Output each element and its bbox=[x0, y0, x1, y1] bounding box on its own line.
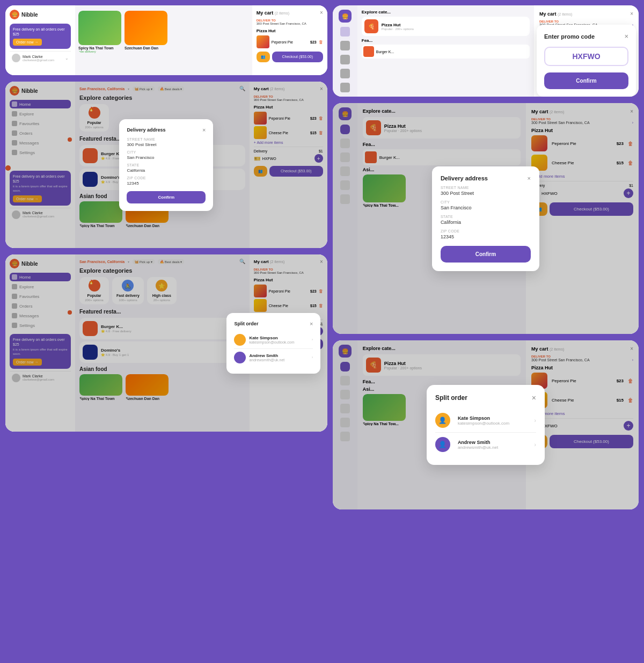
sidebar-nav-r1-2[interactable] bbox=[340, 41, 350, 50]
cart-restaurant: Pizza Hut bbox=[257, 28, 323, 33]
state-label: STATE bbox=[127, 163, 206, 167]
promo-code-modal: Enter promo code × HXFWO Confirm bbox=[537, 25, 636, 97]
city-value: San Francisco bbox=[127, 155, 206, 160]
checkout-button[interactable]: Checkout ($53.00) bbox=[272, 52, 323, 62]
kate-chevron-r3: › bbox=[535, 418, 536, 424]
split-andrew-r3[interactable]: 👤 Andrew Smith andrewsmith@uk.net › bbox=[435, 433, 536, 456]
andrew-avatar-r3: 👤 bbox=[435, 437, 450, 452]
food-name-2: Szechuan Dan Dan bbox=[125, 46, 167, 50]
street-value: 300 Post Street bbox=[127, 142, 206, 147]
explore-cate-r1: Explore cate... bbox=[362, 10, 530, 14]
delivery-address-modal: Delivery address × STREET NAME 300 Post … bbox=[119, 119, 213, 211]
promo-modal-close[interactable]: × bbox=[624, 32, 628, 40]
confirm-address-r2[interactable]: Confirm bbox=[441, 246, 531, 263]
split-modal-r3-overlay: Split order × 👤 Kate Simpson katesimpson… bbox=[333, 340, 639, 509]
feat-r1: Fea... bbox=[362, 38, 530, 43]
andrew-chevron: › bbox=[312, 355, 313, 360]
andrew-chevron-r3: › bbox=[535, 442, 536, 448]
split-user-kate[interactable]: Kate Simpson katesimpson@outlook.com › bbox=[234, 331, 313, 349]
brand-name: Nibble bbox=[21, 12, 38, 18]
andrew-email-r3: andrewsmith@uk.net bbox=[458, 445, 531, 450]
delivery-modal-title-r2: Delivery address bbox=[441, 175, 488, 181]
delivery-address-modal-r2: Delivery address × STREET NAME 300 Post … bbox=[432, 166, 539, 271]
sidebar-nav-r1-1[interactable] bbox=[340, 27, 350, 37]
delivery-modal-overlay: Delivery address × STREET NAME 300 Post … bbox=[5, 82, 327, 248]
pizza-hut-meta-r1: Popular · 200+ options bbox=[382, 27, 414, 31]
state-value-r2: California bbox=[441, 220, 531, 225]
andrew-name: Andrew Smith bbox=[249, 353, 308, 358]
sidebar-logo-r1: 🍔 bbox=[339, 10, 352, 23]
kate-email-r3: katesimpson@outlook.com bbox=[458, 421, 531, 426]
delivery-address: 300 Post Street San Francisco, CA bbox=[257, 22, 323, 25]
kate-chevron: › bbox=[312, 337, 313, 342]
expand-icon[interactable]: ⌄ bbox=[65, 56, 69, 61]
split-title-r3: Split order bbox=[435, 394, 467, 402]
street-label: STREET NAME bbox=[127, 137, 206, 141]
street-value-r2: 300 Post Street bbox=[441, 191, 531, 196]
split-modal-title: Split order bbox=[234, 321, 258, 326]
city-value-r2: San Francisco bbox=[441, 205, 531, 210]
delivery-modal-close[interactable]: × bbox=[202, 127, 206, 133]
delivery-modal-title: Delivery address bbox=[127, 127, 165, 133]
street-label-r2: STREET NAME bbox=[441, 186, 531, 190]
pizza-hut-r1[interactable]: 🍕 Pizza Hut Popular · 200+ options bbox=[362, 17, 530, 36]
promo-modal-title: Enter promo code bbox=[544, 33, 595, 40]
zip-value: 12345 bbox=[127, 181, 206, 186]
promo-code-input[interactable]: HXFWO bbox=[544, 47, 628, 66]
city-label-r2: CITY bbox=[441, 200, 531, 204]
split-user-andrew[interactable]: Andrew Smith andrewsmith@uk.net › bbox=[234, 349, 313, 366]
feat-name-r1: Burger K... bbox=[376, 50, 394, 54]
andrew-email: andrewsmith@uk.net bbox=[249, 358, 308, 362]
cart-title-r1: My cart (2 items) bbox=[539, 11, 572, 17]
delivery-modal-close-r2[interactable]: × bbox=[527, 175, 530, 181]
kate-name-r3: Kate Simpson bbox=[458, 416, 531, 421]
pizza-hut-logo-r1: 🍕 bbox=[364, 19, 378, 33]
kate-avatar bbox=[234, 334, 246, 346]
split-modal-close[interactable]: × bbox=[310, 320, 313, 327]
kate-email: katesimpson@outlook.com bbox=[249, 340, 308, 344]
state-label-r2: STATE bbox=[441, 215, 531, 218]
peperoni-image bbox=[257, 35, 269, 48]
split-order-button[interactable]: 👥 bbox=[257, 52, 270, 62]
zip-label: ZIP CODE bbox=[127, 176, 206, 180]
sidebar-nav-r1-3[interactable] bbox=[340, 55, 350, 64]
split-modal-overlay: Split order × Kate Simpson katesimpson@o… bbox=[5, 254, 327, 432]
state-value: California bbox=[127, 168, 206, 173]
sidebar-nav-r1-5[interactable] bbox=[340, 83, 350, 92]
spicy-food-image bbox=[78, 11, 121, 45]
kate-avatar-r3: 👤 bbox=[435, 413, 450, 428]
pizza-hut-name-r1: Pizza Hut bbox=[382, 23, 414, 27]
user-name: Mark Clarke bbox=[23, 55, 54, 59]
zip-value-r2: 12345 bbox=[441, 234, 531, 239]
delivery-modal-r2-overlay: Delivery address × STREET NAME 300 Post … bbox=[333, 103, 639, 334]
food-tag-1: free delivery bbox=[78, 50, 121, 53]
szechuan-food-image bbox=[125, 11, 167, 45]
cart-item-peperoni: Peperoni Pie bbox=[272, 40, 308, 44]
split-close-r3[interactable]: × bbox=[532, 394, 536, 402]
kate-name: Kate Simpson bbox=[249, 336, 308, 340]
cart-close-button[interactable]: × bbox=[320, 10, 323, 16]
zip-label-r2: ZIP CODE bbox=[441, 229, 531, 233]
split-order-modal-r3: Split order × 👤 Kate Simpson katesimpson… bbox=[427, 385, 545, 465]
delete-peperoni-button[interactable]: 🗑 bbox=[319, 40, 323, 45]
order-now-button[interactable]: Order now → bbox=[13, 39, 42, 46]
feat-item-r1[interactable]: Burger K... bbox=[362, 45, 530, 59]
split-kate-r3[interactable]: 👤 Kate Simpson katesimpson@outlook.com › bbox=[435, 409, 536, 433]
sidebar-nav-r1-4[interactable] bbox=[340, 69, 350, 78]
confirm-promo-button[interactable]: Confirm bbox=[544, 72, 628, 89]
confirm-address-button[interactable]: Confirm bbox=[127, 191, 206, 203]
logo-icon: 🍔 bbox=[10, 10, 19, 19]
user-avatar bbox=[12, 54, 20, 62]
andrew-name-r3: Andrew Smith bbox=[458, 440, 531, 445]
andrew-avatar bbox=[234, 352, 246, 363]
peperoni-price: $23 bbox=[310, 40, 317, 44]
cart-title: My cart (2 items) bbox=[257, 10, 289, 16]
promo-title: Free delivery on all orders over $25 bbox=[13, 27, 68, 37]
split-order-modal: Split order × Kate Simpson katesimpson@o… bbox=[226, 313, 320, 374]
city-label: CITY bbox=[127, 150, 206, 154]
feat-logo-r1 bbox=[363, 46, 374, 57]
food-name-1: Spicy Na Thai Town bbox=[78, 46, 121, 50]
user-email: clarketest@gmail.com bbox=[23, 59, 54, 62]
cart-close-r1[interactable]: × bbox=[630, 11, 633, 17]
